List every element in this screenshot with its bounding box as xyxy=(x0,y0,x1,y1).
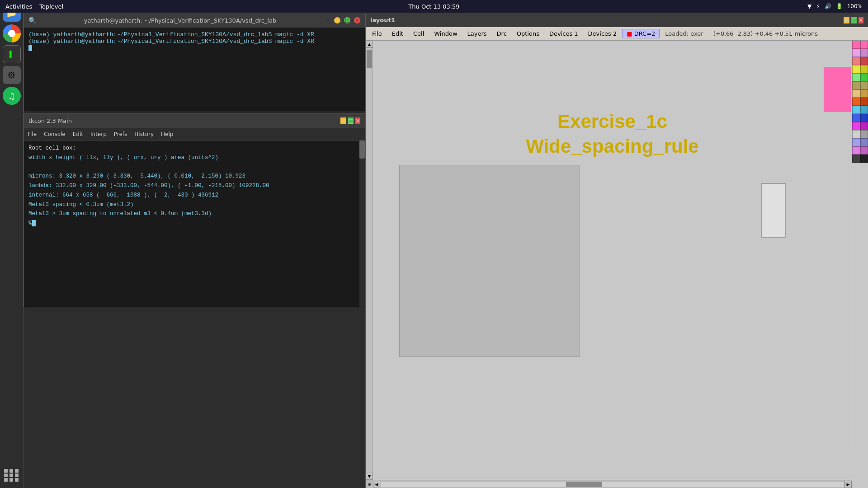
layer-row-2[interactable] xyxy=(852,57,868,65)
layer-swatch-12b[interactable] xyxy=(860,138,868,146)
layer-swatch-4a[interactable] xyxy=(852,73,860,81)
layer-row-11[interactable] xyxy=(852,130,868,138)
tkcon-scrollbar[interactable] xyxy=(359,141,365,307)
layer-row-5[interactable] xyxy=(852,81,868,89)
layer-swatch-14a[interactable] xyxy=(852,155,860,163)
layer-swatch-2b[interactable] xyxy=(860,57,868,65)
tkcon-menu-edit[interactable]: Edit xyxy=(73,131,83,137)
layer-row-14[interactable] xyxy=(852,155,868,163)
tkcon-menu-file[interactable]: File xyxy=(28,131,37,137)
dock-apps[interactable] xyxy=(3,466,21,484)
tkcon-menu-help[interactable]: Help xyxy=(161,131,173,137)
magenta-block xyxy=(824,67,851,112)
tkcon-menu-interp[interactable]: Interp xyxy=(90,131,107,137)
layer-swatch-6a[interactable] xyxy=(852,89,860,98)
tkcon-toolbar: File Console Edit Interp Prefs History H… xyxy=(24,128,365,141)
terminal-close[interactable]: ✕ xyxy=(354,17,360,23)
layer-row-3[interactable] xyxy=(852,65,868,73)
layer-swatch-0a[interactable] xyxy=(852,41,860,49)
terminal-cursor[interactable] xyxy=(28,45,32,51)
layer-swatch-10a[interactable] xyxy=(852,122,860,130)
terminal-menu-icon[interactable]: ☰ xyxy=(324,17,330,23)
dock-settings[interactable]: ⚙ xyxy=(3,66,21,84)
layer-swatch-10b[interactable] xyxy=(860,122,868,130)
scroll-up-btn[interactable]: ▲ xyxy=(366,41,373,48)
layer-swatch-9a[interactable] xyxy=(852,114,860,122)
layout-close[interactable]: ✕ xyxy=(859,17,863,23)
hscroll-right-btn[interactable]: ▶ xyxy=(844,481,852,488)
layer-swatch-11b[interactable] xyxy=(860,130,868,138)
battery-icon: 🔋 xyxy=(836,3,843,9)
dock-terminal[interactable]: ▌ xyxy=(3,45,21,63)
layout-menu-options[interactable]: Options xyxy=(512,29,544,38)
scroll-down-btn[interactable]: ▼ xyxy=(366,473,373,480)
layout-menu-window[interactable]: Window xyxy=(429,29,462,38)
layer-swatch-2a[interactable] xyxy=(852,57,860,65)
layout-left-vscroll[interactable]: ▲ ▼ xyxy=(366,41,373,480)
layer-swatch-0b[interactable] xyxy=(860,41,868,49)
layer-swatch-13a[interactable] xyxy=(852,146,860,155)
layout-drc-badge[interactable]: ■ DRC=2 xyxy=(622,29,660,38)
layer-row-8[interactable] xyxy=(852,106,868,114)
layout-menu-layers[interactable]: Layers xyxy=(463,29,491,38)
large-gray-rect xyxy=(399,165,580,357)
layer-swatch-11a[interactable] xyxy=(852,130,860,138)
layer-swatch-12a[interactable] xyxy=(852,138,860,146)
tkcon-menu-history[interactable]: History xyxy=(134,131,154,137)
layout-corner-btn[interactable]: ⊕ xyxy=(366,480,373,488)
layer-row-12[interactable] xyxy=(852,138,868,146)
layer-row-6[interactable] xyxy=(852,89,868,98)
layer-swatch-7b[interactable] xyxy=(860,98,868,106)
tkcon-scrollbar-thumb[interactable] xyxy=(359,141,365,159)
layer-row-13[interactable] xyxy=(852,146,868,155)
layer-swatch-5a[interactable] xyxy=(852,81,860,89)
layout-menu-file[interactable]: File xyxy=(368,29,387,38)
layout-maximize[interactable]: □ xyxy=(851,17,857,23)
layer-row-7[interactable] xyxy=(852,98,868,106)
layer-swatch-6b[interactable] xyxy=(860,89,868,98)
layer-row-9[interactable] xyxy=(852,114,868,122)
layer-row-0[interactable] xyxy=(852,41,868,49)
layer-swatch-14b[interactable] xyxy=(860,155,868,163)
layer-swatch-7a[interactable] xyxy=(852,98,860,106)
layout-menu-cell[interactable]: Cell xyxy=(409,29,429,38)
hscroll-track[interactable] xyxy=(381,482,844,487)
layer-swatch-13b[interactable] xyxy=(860,146,868,155)
tkcon-minimize[interactable]: — xyxy=(340,117,346,124)
terminal-search-icon[interactable]: 🔍 xyxy=(28,17,36,24)
layer-swatch-4b[interactable] xyxy=(860,73,868,81)
hscroll-thumb[interactable] xyxy=(566,482,602,487)
tkcon-maximize[interactable]: □ xyxy=(348,117,354,124)
layout-hscrollbar[interactable]: ◀ ▶ xyxy=(373,480,852,488)
toplevel-label[interactable]: Toplevel xyxy=(39,3,63,10)
layout-menu-drc[interactable]: Drc xyxy=(492,29,511,38)
terminal-minimize[interactable]: — xyxy=(334,17,340,23)
tkcon-cursor[interactable] xyxy=(32,220,36,226)
tkcon-menu-prefs[interactable]: Prefs xyxy=(114,131,127,137)
layer-swatch-1a[interactable] xyxy=(852,49,860,57)
tkcon-menu-console[interactable]: Console xyxy=(44,131,66,137)
layer-row-10[interactable] xyxy=(852,122,868,130)
layer-swatch-9b[interactable] xyxy=(860,114,868,122)
tkcon-close[interactable]: ✕ xyxy=(355,117,360,124)
dock-chrome[interactable] xyxy=(3,24,21,42)
layout-menu-devices2[interactable]: Devices 2 xyxy=(584,29,622,38)
layer-row-4[interactable] xyxy=(852,73,868,81)
layout-menu-devices1[interactable]: Devices 1 xyxy=(545,29,583,38)
terminal-maximize[interactable]: □ xyxy=(344,17,350,23)
vscroll-thumb[interactable] xyxy=(367,50,372,68)
hscroll-left-btn[interactable]: ◀ xyxy=(373,481,380,488)
layout-menu-edit[interactable]: Edit xyxy=(387,29,408,38)
dock-spotify[interactable]: ♫ xyxy=(3,87,21,105)
layer-swatch-8a[interactable] xyxy=(852,106,860,114)
layer-swatch-5b[interactable] xyxy=(860,81,868,89)
layer-swatch-3b[interactable] xyxy=(860,65,868,73)
layout-canvas: Exercise_1c Wide_spacing_rule xyxy=(373,41,852,480)
layer-swatch-1b[interactable] xyxy=(860,49,868,57)
layout-minimize[interactable]: — xyxy=(844,17,849,23)
wifi-icon: ▼ xyxy=(807,3,811,9)
layer-row-1[interactable] xyxy=(852,49,868,57)
layer-swatch-8b[interactable] xyxy=(860,106,868,114)
activities-label[interactable]: Activities xyxy=(5,3,32,10)
layer-swatch-3a[interactable] xyxy=(852,65,860,73)
